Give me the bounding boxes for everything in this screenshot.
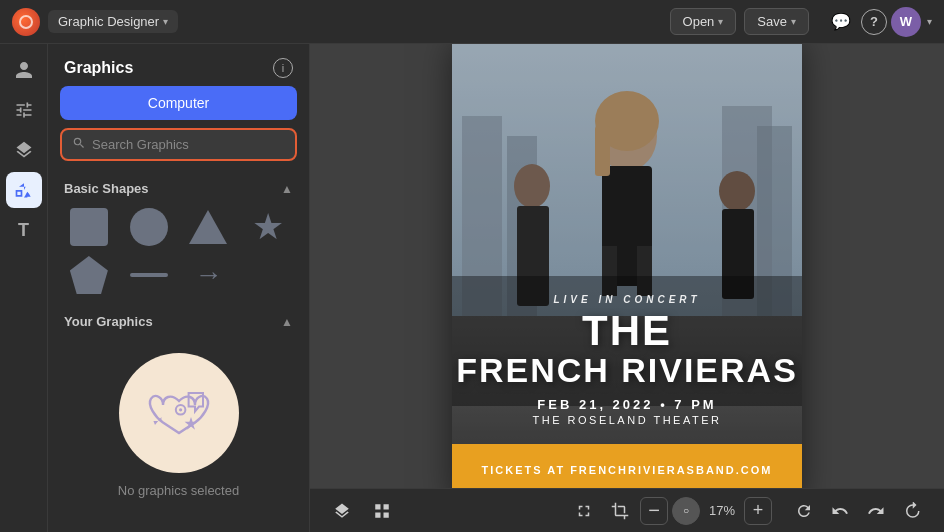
save-chevron-icon: ▾ — [791, 16, 796, 27]
poster-content: LIVE IN CONCERT THE FRENCH RIVIERAS FEB … — [452, 44, 802, 488]
fit-screen-icon[interactable] — [568, 495, 600, 527]
history-icon[interactable] — [896, 495, 928, 527]
canvas-container[interactable]: LIVE IN CONCERT THE FRENCH RIVIERAS FEB … — [310, 44, 944, 488]
computer-button[interactable]: Computer — [60, 86, 297, 120]
triangle-shape — [189, 210, 227, 244]
canvas-area: LIVE IN CONCERT THE FRENCH RIVIERAS FEB … — [310, 44, 944, 532]
zoom-out-button[interactable]: − — [640, 497, 668, 525]
your-graphics-section-header[interactable]: Your Graphics ▲ — [48, 306, 309, 337]
poster-footer: TICKETS AT FRENCHRIVIERASBAND.COM — [452, 444, 802, 488]
poster-tickets: TICKETS AT FRENCHRIVIERASBAND.COM — [482, 464, 773, 476]
bottom-bar: − ○ 17% + — [310, 488, 944, 532]
shape-square-item[interactable] — [64, 208, 114, 246]
avatar-letter: W — [900, 14, 912, 29]
layers-bottom-icon[interactable] — [326, 495, 358, 527]
search-icon — [72, 136, 86, 153]
poster-live-in-concert: LIVE IN CONCERT — [452, 294, 802, 305]
grid-bottom-icon[interactable] — [366, 495, 398, 527]
poster-canvas: LIVE IN CONCERT THE FRENCH RIVIERAS FEB … — [452, 44, 802, 488]
shape-star-item[interactable]: ★ — [243, 208, 293, 246]
basic-shapes-chevron-icon: ▲ — [281, 182, 293, 196]
save-button[interactable]: Save ▾ — [744, 8, 809, 35]
open-label: Open — [683, 14, 715, 29]
zoom-in-button[interactable]: + — [744, 497, 772, 525]
zoom-fit-button[interactable]: ○ — [672, 497, 700, 525]
placeholder-circle — [119, 353, 239, 473]
arrow-shape: → — [194, 259, 222, 291]
open-button[interactable]: Open ▾ — [670, 8, 737, 35]
crop-icon[interactable] — [604, 495, 636, 527]
shape-pentagon-item[interactable] — [64, 256, 114, 294]
project-name-btn[interactable]: Graphic Designer ▾ — [48, 10, 178, 33]
zoom-controls: − ○ 17% + — [568, 495, 772, 527]
save-label: Save — [757, 14, 787, 29]
star-shape: ★ — [252, 209, 284, 245]
topbar-actions: 💬 ? W ▾ — [825, 6, 932, 38]
svg-point-1 — [179, 408, 182, 411]
basic-shapes-section-header[interactable]: Basic Shapes ▲ — [48, 173, 309, 204]
main-area: T Graphics i Computer Basic Shapes ▲ — [0, 44, 944, 532]
layers-icon[interactable] — [6, 132, 42, 168]
open-chevron-icon: ▾ — [718, 16, 723, 27]
icon-rail: T — [0, 44, 48, 532]
square-shape — [70, 208, 108, 246]
sliders-icon[interactable] — [6, 92, 42, 128]
refresh-icon[interactable] — [788, 495, 820, 527]
sidebar-header: Graphics i — [48, 44, 309, 86]
search-bar[interactable] — [60, 128, 297, 161]
poster-band-name-line2: FRENCH RIVIERAS — [452, 353, 802, 389]
circle-shape — [130, 208, 168, 246]
zoom-level-display: 17% — [704, 503, 740, 518]
topbar: Graphic Designer ▾ Open ▾ Save ▾ 💬 ? W ▾ — [0, 0, 944, 44]
pentagon-shape — [70, 256, 108, 294]
shape-circle-item[interactable] — [124, 208, 174, 246]
no-graphics-text: No graphics selected — [118, 483, 239, 498]
placeholder-graphic-svg — [139, 373, 219, 453]
your-graphics-label: Your Graphics — [64, 314, 153, 329]
sidebar-title: Graphics — [64, 59, 133, 77]
shape-line-item[interactable] — [124, 256, 174, 294]
shape-arrow-item[interactable]: → — [184, 256, 234, 294]
your-graphics-chevron-icon: ▲ — [281, 315, 293, 329]
shapes-grid: ★ → — [48, 204, 309, 306]
sidebar-panel: Graphics i Computer Basic Shapes ▲ — [48, 44, 310, 532]
avatar[interactable]: W — [891, 7, 921, 37]
graphics-placeholder — [119, 353, 239, 473]
line-shape — [130, 273, 168, 277]
your-graphics-area: No graphics selected — [48, 337, 309, 514]
person-icon[interactable] — [6, 52, 42, 88]
app-logo[interactable] — [12, 8, 40, 36]
poster-date: FEB 21, 2022 • 7 PM — [452, 397, 802, 412]
project-name-label: Graphic Designer — [58, 14, 159, 29]
basic-shapes-label: Basic Shapes — [64, 181, 149, 196]
search-input[interactable] — [92, 137, 285, 152]
text-icon[interactable]: T — [6, 212, 42, 248]
avatar-caret-icon[interactable]: ▾ — [927, 16, 932, 27]
chat-icon[interactable]: 💬 — [825, 6, 857, 38]
shapes-icon[interactable] — [6, 172, 42, 208]
info-icon[interactable]: i — [273, 58, 293, 78]
project-chevron-icon: ▾ — [163, 16, 168, 27]
undo-icon[interactable] — [824, 495, 856, 527]
poster-venue: THE ROSELAND THEATER — [452, 414, 802, 426]
redo-icon[interactable] — [860, 495, 892, 527]
help-icon[interactable]: ? — [861, 9, 887, 35]
shape-triangle-item[interactable] — [184, 208, 234, 246]
undo-redo-controls — [788, 495, 928, 527]
poster-band-name-line1: THE — [452, 309, 802, 353]
